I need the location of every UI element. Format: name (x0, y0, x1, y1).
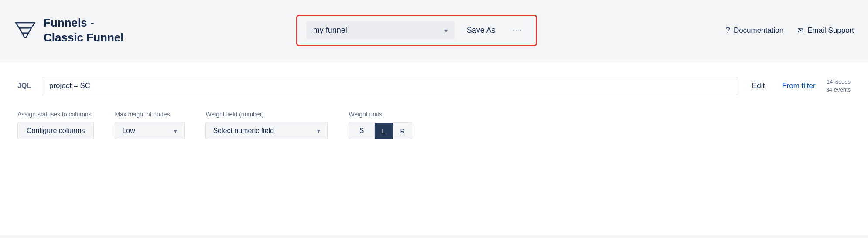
funnel-dropdown-chevron-icon: ▾ (444, 27, 448, 34)
weight-currency-symbol: $ (349, 122, 375, 139)
weight-field-placeholder: Select numeric field (213, 127, 274, 135)
weight-units-group: Weight units $ L R (349, 111, 412, 139)
email-support-link[interactable]: ✉ Email Support (797, 26, 854, 35)
weight-field-label: Weight field (number) (205, 111, 328, 118)
max-height-dropdown[interactable]: Low ▾ (115, 122, 185, 139)
email-icon: ✉ (797, 26, 804, 35)
weight-units-control: $ L R (349, 122, 412, 139)
from-filter-button[interactable]: From filter (779, 78, 819, 94)
question-icon: ? (726, 26, 730, 35)
svg-marker-0 (16, 23, 35, 28)
controls-row: Assign statuses to columns Configure col… (17, 111, 851, 139)
edit-button[interactable]: Edit (745, 78, 772, 94)
svg-marker-1 (19, 28, 31, 33)
max-height-value: Low (122, 127, 135, 135)
events-count: 34 events (826, 86, 851, 94)
jql-label: JQL (17, 82, 35, 90)
app-logo-icon (14, 19, 37, 42)
weight-l-button[interactable]: L (375, 123, 393, 139)
jql-row: JQL Edit From filter 14 issues 34 events (17, 77, 851, 95)
funnel-selector-area: my funnel ▾ Save As ··· (136, 15, 697, 46)
main-content: JQL Edit From filter 14 issues 34 events… (0, 61, 868, 235)
funnel-dropdown[interactable]: my funnel ▾ (306, 21, 455, 39)
max-height-label: Max height of nodes (115, 111, 185, 118)
assign-statuses-label: Assign statuses to columns (17, 111, 94, 118)
more-options-button[interactable]: ··· (508, 21, 527, 40)
max-height-chevron-icon: ▾ (174, 128, 177, 134)
weight-r-button[interactable]: R (393, 122, 413, 139)
header-right-links: ? Documentation ✉ Email Support (697, 26, 854, 35)
save-as-button[interactable]: Save As (461, 22, 501, 38)
configure-columns-button[interactable]: Configure columns (17, 122, 94, 139)
weight-field-group: Weight field (number) Select numeric fie… (205, 111, 328, 139)
page-title: Funnels - Classic Funnel (44, 16, 124, 45)
documentation-link[interactable]: ? Documentation (726, 26, 783, 35)
email-support-label: Email Support (807, 26, 854, 35)
documentation-label: Documentation (734, 26, 783, 35)
header: Funnels - Classic Funnel my funnel ▾ Sav… (0, 0, 868, 61)
filter-stats: 14 issues 34 events (826, 78, 851, 94)
funnel-selected-value: my funnel (313, 26, 347, 35)
svg-marker-2 (22, 33, 28, 37)
assign-statuses-group: Assign statuses to columns Configure col… (17, 111, 94, 139)
weight-field-dropdown[interactable]: Select numeric field ▾ (205, 122, 328, 139)
weight-units-label: Weight units (349, 111, 412, 118)
max-height-group: Max height of nodes Low ▾ (115, 111, 185, 139)
issues-count: 14 issues (827, 78, 851, 86)
logo-title-area: Funnels - Classic Funnel (14, 16, 136, 45)
weight-field-chevron-icon: ▾ (317, 128, 320, 134)
funnel-selector-box: my funnel ▾ Save As ··· (296, 15, 537, 46)
jql-input[interactable] (42, 77, 738, 95)
